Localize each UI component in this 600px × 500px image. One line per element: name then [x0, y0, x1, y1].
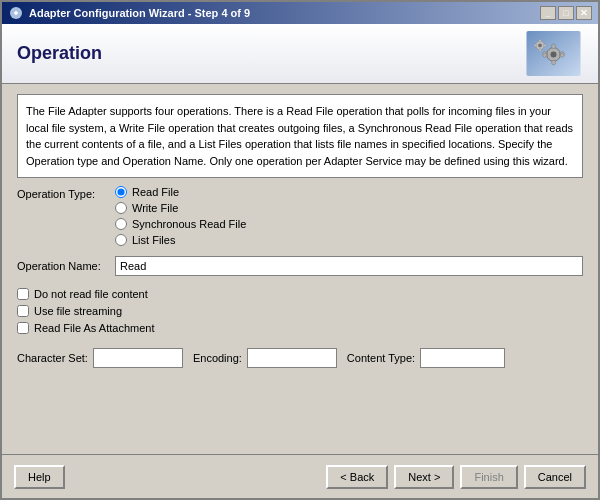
- radio-read-file: Read File: [115, 186, 246, 198]
- operation-type-label: Operation Type:: [17, 186, 107, 200]
- header-icon-area: [523, 29, 583, 79]
- checkbox-use-streaming-input[interactable]: [17, 305, 29, 317]
- svg-rect-4: [551, 44, 554, 48]
- next-button[interactable]: Next >: [394, 465, 454, 489]
- gear-icon: [526, 31, 581, 76]
- content-type-field: Content Type:: [347, 348, 505, 368]
- description-text: The File Adapter supports four operation…: [26, 105, 573, 167]
- radio-list-files-label: List Files: [132, 234, 175, 246]
- radio-read-file-label: Read File: [132, 186, 179, 198]
- header-title: Operation: [17, 43, 102, 64]
- svg-rect-17: [534, 44, 537, 46]
- svg-rect-16: [543, 44, 546, 46]
- header-band: Operation: [2, 24, 598, 84]
- operation-name-input[interactable]: [115, 256, 583, 276]
- checkbox-do-not-read-input[interactable]: [17, 288, 29, 300]
- title-bar-left: Adapter Configuration Wizard - Step 4 of…: [8, 5, 250, 21]
- svg-point-3: [550, 51, 556, 57]
- checkbox-read-as-attachment: Read File As Attachment: [17, 322, 583, 334]
- character-set-field: Character Set:: [17, 348, 183, 368]
- main-content: The File Adapter supports four operation…: [2, 84, 598, 454]
- radio-sync-read-file: Synchronous Read File: [115, 218, 246, 230]
- radio-write-file: Write File: [115, 202, 246, 214]
- radio-sync-read-file-input[interactable]: [115, 218, 127, 230]
- footer-left: Help: [14, 465, 65, 489]
- encoding-label: Encoding:: [193, 352, 242, 364]
- wizard-window: Adapter Configuration Wizard - Step 4 of…: [0, 0, 600, 500]
- operation-name-label: Operation Name:: [17, 260, 107, 272]
- description-box: The File Adapter supports four operation…: [17, 94, 583, 178]
- title-bar: Adapter Configuration Wizard - Step 4 of…: [2, 2, 598, 24]
- radio-write-file-label: Write File: [132, 202, 178, 214]
- window-title: Adapter Configuration Wizard - Step 4 of…: [29, 7, 250, 19]
- radio-read-file-input[interactable]: [115, 186, 127, 198]
- maximize-button[interactable]: □: [558, 6, 574, 20]
- checkbox-do-not-read: Do not read file content: [17, 288, 583, 300]
- checkbox-read-as-attachment-input[interactable]: [17, 322, 29, 334]
- footer-right: < Back Next > Finish Cancel: [326, 465, 586, 489]
- checkbox-use-streaming: Use file streaming: [17, 305, 583, 317]
- svg-point-13: [538, 44, 542, 48]
- checkbox-do-not-read-label: Do not read file content: [34, 288, 148, 300]
- character-set-label: Character Set:: [17, 352, 88, 364]
- radio-group: Read File Write File Synchronous Read Fi…: [115, 186, 246, 246]
- radio-write-file-input[interactable]: [115, 202, 127, 214]
- checkbox-read-as-attachment-label: Read File As Attachment: [34, 322, 154, 334]
- footer: Help < Back Next > Finish Cancel: [2, 454, 598, 498]
- radio-sync-read-file-label: Synchronous Read File: [132, 218, 246, 230]
- radio-list-files-input[interactable]: [115, 234, 127, 246]
- finish-button[interactable]: Finish: [460, 465, 517, 489]
- character-set-input[interactable]: [93, 348, 183, 368]
- operation-type-row: Operation Type: Read File Write File Syn…: [17, 186, 583, 246]
- checkbox-use-streaming-label: Use file streaming: [34, 305, 122, 317]
- inline-fields-row: Character Set: Encoding: Content Type:: [17, 348, 583, 368]
- encoding-field: Encoding:: [193, 348, 337, 368]
- content-type-input[interactable]: [420, 348, 505, 368]
- operation-name-row: Operation Name:: [17, 256, 583, 276]
- svg-rect-15: [538, 49, 540, 52]
- checkboxes-section: Do not read file content Use file stream…: [17, 288, 583, 334]
- svg-rect-5: [551, 60, 554, 64]
- minimize-button[interactable]: _: [540, 6, 556, 20]
- radio-list-files: List Files: [115, 234, 246, 246]
- content-type-label: Content Type:: [347, 352, 415, 364]
- encoding-input[interactable]: [247, 348, 337, 368]
- svg-rect-14: [538, 39, 540, 42]
- back-button[interactable]: < Back: [326, 465, 388, 489]
- form-section: Operation Type: Read File Write File Syn…: [17, 186, 583, 276]
- title-bar-buttons: _ □ ✕: [540, 6, 592, 20]
- help-button[interactable]: Help: [14, 465, 65, 489]
- cancel-button[interactable]: Cancel: [524, 465, 586, 489]
- window-icon: [8, 5, 24, 21]
- close-button[interactable]: ✕: [576, 6, 592, 20]
